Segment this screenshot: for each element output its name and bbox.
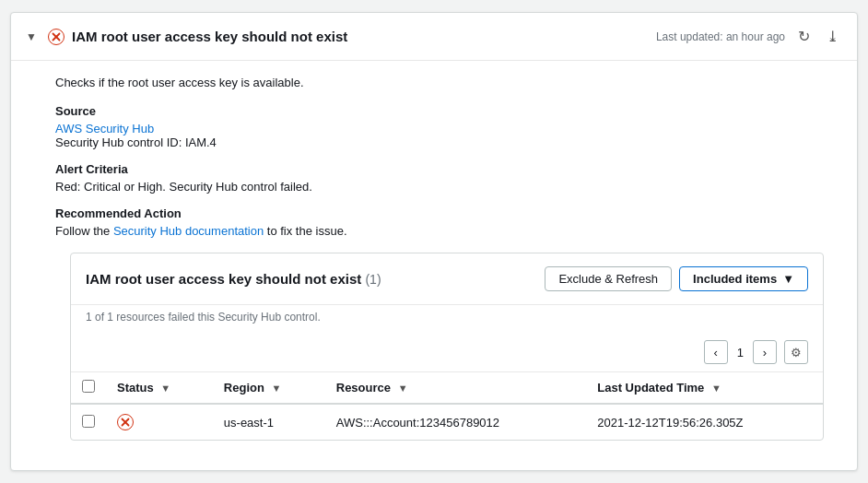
error-icon — [117, 414, 134, 430]
region-value: us-east-1 — [224, 416, 274, 430]
error-status-icon — [48, 29, 65, 45]
header-meta: Last updated: an hour ago ↻ ⤓ — [656, 26, 842, 47]
inner-card-subtitle: 1 of 1 resources failed this Security Hu… — [71, 305, 823, 333]
source-section: Source AWS Security Hub Security Hub con… — [55, 104, 839, 149]
inner-card-header: IAM root user access key should not exis… — [71, 253, 823, 305]
included-items-label: Included items — [693, 272, 777, 286]
row-checkbox[interactable] — [82, 415, 95, 428]
action-buttons: Exclude & Refresh Included items ▼ — [545, 266, 808, 291]
region-column-header: Region ▼ — [213, 372, 325, 404]
included-items-button[interactable]: Included items ▼ — [679, 266, 808, 291]
inner-card: IAM root user access key should not exis… — [70, 253, 824, 441]
recommended-action-section: Recommended Action Follow the Security H… — [55, 206, 839, 238]
resource-cell: AWS:::Account:123456789012 — [325, 404, 587, 440]
source-control-id: Security Hub control ID: IAM.4 — [55, 135, 839, 149]
region-cell: us-east-1 — [213, 404, 325, 440]
status-error-icon — [117, 414, 202, 430]
alert-criteria-section: Alert Criteria Red: Critical or High. Se… — [55, 162, 839, 194]
status-header-label: Status — [117, 381, 154, 395]
region-header-label: Region — [224, 381, 264, 395]
status-sort-icon[interactable]: ▼ — [160, 383, 170, 394]
resource-header-label: Resource — [336, 381, 391, 395]
status-column-header: Status ▼ — [106, 372, 213, 404]
inner-card-title: IAM root user access key should not exis… — [86, 271, 537, 287]
resources-table: Status ▼ Region ▼ Resource ▼ — [71, 372, 823, 440]
resource-value: AWS:::Account:123456789012 — [336, 416, 499, 430]
settings-icon: ⚙ — [791, 346, 802, 359]
prev-page-button[interactable]: ‹ — [704, 340, 728, 364]
count-badge: (1) — [365, 272, 381, 287]
region-sort-icon[interactable]: ▼ — [272, 383, 282, 394]
recommended-action-suffix: to fix the issue. — [264, 224, 346, 238]
description-text: Checks if the root user access key is av… — [55, 76, 839, 89]
refresh-icon: ↻ — [798, 28, 810, 45]
table-header: Status ▼ Region ▼ Resource ▼ — [71, 372, 823, 404]
table-container: Status ▼ Region ▼ Resource ▼ — [71, 372, 823, 440]
chevron-down-icon-btn: ▼ — [782, 272, 794, 286]
last-updated-value: 2021-12-12T19:56:26.305Z — [597, 416, 743, 430]
download-icon: ⤓ — [827, 28, 839, 45]
source-label: Source — [55, 104, 839, 118]
refresh-button[interactable]: ↻ — [794, 26, 814, 47]
main-card: ▼ IAM root user access key should not ex… — [10, 12, 858, 471]
header-row: ▼ IAM root user access key should not ex… — [11, 13, 857, 61]
last-updated-text: Last updated: an hour ago — [656, 30, 785, 43]
download-button[interactable]: ⤓ — [823, 26, 842, 47]
body-content: Checks if the root user access key is av… — [11, 61, 857, 470]
alert-criteria-label: Alert Criteria — [55, 162, 839, 176]
recommended-action-text: Follow the Security Hub documentation to… — [55, 224, 839, 238]
row-checkbox-cell — [71, 404, 106, 440]
recommended-action-label: Recommended Action — [55, 206, 839, 220]
table-body: us-east-1 AWS:::Account:123456789012 202… — [71, 404, 823, 440]
resource-sort-icon[interactable]: ▼ — [398, 383, 408, 394]
table-row: us-east-1 AWS:::Account:123456789012 202… — [71, 404, 823, 440]
alert-criteria-text: Red: Critical or High. Security Hub cont… — [55, 180, 839, 194]
page-number: 1 — [735, 346, 745, 359]
security-hub-docs-link[interactable]: Security Hub documentation — [113, 224, 264, 238]
header-title: IAM root user access key should not exis… — [72, 29, 649, 44]
last-updated-column-header: Last Updated Time ▼ — [586, 372, 823, 404]
pagination-row: ‹ 1 › ⚙ — [71, 333, 823, 372]
last-updated-sort-icon[interactable]: ▼ — [711, 383, 721, 394]
resource-column-header: Resource ▼ — [325, 372, 587, 404]
select-all-header — [71, 372, 106, 404]
exclude-refresh-button[interactable]: Exclude & Refresh — [545, 266, 672, 291]
chevron-down-icon[interactable]: ▼ — [26, 30, 41, 43]
table-settings-button[interactable]: ⚙ — [784, 340, 808, 364]
inner-card-title-text: IAM root user access key should not exis… — [86, 271, 361, 287]
status-cell — [106, 404, 213, 440]
select-all-checkbox[interactable] — [82, 380, 95, 393]
aws-security-hub-link[interactable]: AWS Security Hub — [55, 122, 154, 135]
recommended-action-prefix: Follow the — [55, 224, 113, 238]
last-updated-cell: 2021-12-12T19:56:26.305Z — [586, 404, 823, 440]
last-updated-header-label: Last Updated Time — [597, 381, 704, 395]
next-page-button[interactable]: › — [753, 340, 777, 364]
